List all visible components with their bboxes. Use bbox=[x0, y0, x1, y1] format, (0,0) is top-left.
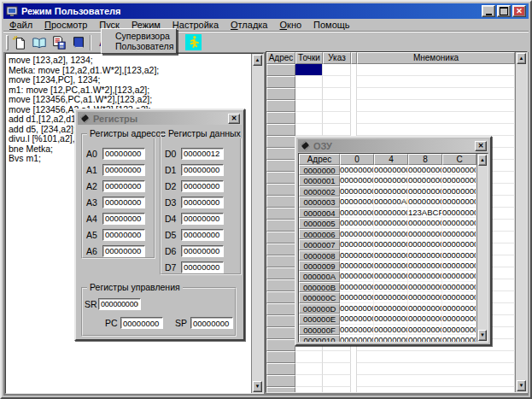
row-header-cell[interactable] bbox=[266, 303, 295, 315]
cell-mnemonic[interactable] bbox=[357, 351, 515, 363]
memory-value-cell[interactable]: 00000000 bbox=[408, 282, 442, 292]
memory-address-cell[interactable]: 000000B bbox=[299, 282, 340, 292]
cell-pointer[interactable] bbox=[323, 112, 351, 124]
memory-value-cell[interactable]: 00000000 bbox=[340, 218, 374, 228]
row-header-cell[interactable] bbox=[266, 327, 295, 339]
memory-value-cell[interactable]: 00000000 bbox=[340, 271, 374, 281]
cell-mnemonic[interactable] bbox=[357, 88, 515, 100]
scroll-up-button[interactable] bbox=[478, 155, 487, 166]
menu-item-7[interactable]: Помощь bbox=[307, 19, 356, 31]
register-value-input[interactable] bbox=[181, 213, 224, 225]
book-icon[interactable] bbox=[70, 34, 87, 51]
memory-address-cell[interactable]: 000000D bbox=[299, 303, 340, 314]
row-header-cell[interactable] bbox=[266, 232, 295, 244]
memory-value-cell[interactable]: 00000000 bbox=[340, 229, 374, 239]
cell-mnemonic[interactable] bbox=[357, 375, 515, 387]
cell-points[interactable] bbox=[295, 375, 323, 387]
memory-window-close-button[interactable] bbox=[475, 141, 487, 151]
memory-value-cell[interactable]: 00000000 bbox=[442, 325, 476, 335]
cell-pointer[interactable] bbox=[323, 351, 351, 363]
cell-mnemonic[interactable] bbox=[357, 363, 515, 375]
memory-value-cell[interactable]: 00000000 bbox=[442, 208, 476, 218]
memory-value-cell[interactable]: 00000000 bbox=[374, 303, 408, 314]
memory-address-cell[interactable]: 000000F bbox=[299, 325, 340, 335]
cell-mnemonic[interactable] bbox=[357, 387, 515, 392]
disasm-table-vertical-scrollbar[interactable] bbox=[515, 52, 527, 392]
dropdown-item-0[interactable]: Супервизора bbox=[102, 31, 175, 41]
row-header-cell[interactable] bbox=[266, 387, 295, 392]
memory-address-cell[interactable]: 0000006 bbox=[299, 229, 340, 239]
register-value-input[interactable] bbox=[102, 197, 145, 208]
memory-value-cell[interactable]: 00000000 bbox=[442, 335, 476, 342]
row-header-cell[interactable] bbox=[266, 351, 295, 363]
memory-value-cell[interactable]: 00000000 bbox=[442, 250, 476, 261]
memory-address-cell[interactable]: 0000007 bbox=[299, 239, 340, 249]
memory-value-cell[interactable]: 00000000 bbox=[408, 261, 442, 271]
memory-address-cell[interactable]: 000000E bbox=[299, 314, 340, 324]
row-header-cell[interactable] bbox=[266, 196, 295, 208]
memory-value-cell[interactable]: 00000000 bbox=[340, 175, 374, 185]
code-editor-vertical-scrollbar[interactable] bbox=[251, 54, 263, 393]
cell-pointer[interactable] bbox=[323, 100, 351, 112]
cell-points[interactable] bbox=[295, 64, 323, 76]
cell-points[interactable] bbox=[295, 100, 323, 112]
pc-register-value-input[interactable] bbox=[120, 317, 163, 329]
maximize-button[interactable] bbox=[497, 5, 511, 17]
scroll-down-button[interactable] bbox=[478, 330, 487, 341]
cell-pointer[interactable] bbox=[323, 76, 351, 88]
memory-address-cell[interactable]: 0000009 bbox=[299, 261, 340, 271]
memory-value-cell[interactable]: 00000000 bbox=[340, 261, 374, 271]
memory-value-cell[interactable]: 00000000 bbox=[374, 165, 408, 175]
row-header-cell[interactable] bbox=[266, 220, 295, 232]
memory-value-cell[interactable]: 00000000 bbox=[442, 239, 476, 249]
cell-pointer[interactable] bbox=[323, 387, 351, 392]
row-header-cell[interactable] bbox=[266, 375, 295, 387]
memory-value-cell[interactable]: 00000000 bbox=[408, 186, 442, 197]
memory-value-cell[interactable]: 00000000 bbox=[442, 218, 476, 228]
register-value-input[interactable] bbox=[181, 261, 224, 273]
memory-value-cell[interactable]: 00000000 bbox=[340, 325, 374, 335]
row-header-cell[interactable] bbox=[266, 148, 295, 160]
memory-value-cell[interactable]: 00000000 bbox=[408, 175, 442, 185]
row-header-cell[interactable] bbox=[266, 267, 295, 279]
menu-item-0[interactable]: Файл bbox=[3, 19, 38, 31]
cell-points[interactable] bbox=[295, 76, 323, 88]
memory-value-cell[interactable]: 00000000 bbox=[442, 292, 476, 302]
cell-pointer[interactable] bbox=[323, 124, 351, 136]
row-header-cell[interactable] bbox=[266, 184, 295, 196]
minimize-button[interactable] bbox=[482, 5, 495, 17]
row-header-cell[interactable] bbox=[266, 76, 295, 88]
row-header-cell[interactable] bbox=[266, 279, 295, 291]
save-icon[interactable] bbox=[50, 34, 67, 51]
memory-value-cell[interactable]: 123ABCF bbox=[408, 208, 442, 218]
memory-value-cell[interactable]: 00000000 bbox=[374, 325, 408, 335]
memory-value-cell[interactable]: 00000000 bbox=[340, 208, 374, 218]
cell-mnemonic[interactable] bbox=[357, 76, 515, 88]
cell-pointer[interactable] bbox=[323, 88, 351, 100]
memory-value-cell[interactable]: 00000000 bbox=[442, 314, 476, 324]
memory-value-cell[interactable]: 00000000 bbox=[340, 250, 374, 261]
registers-window-title-bar[interactable]: Регистры bbox=[78, 112, 242, 125]
title-bar[interactable]: Режим Пользователя bbox=[3, 3, 529, 19]
memory-value-cell[interactable]: 00000000 bbox=[374, 175, 408, 185]
memory-value-cell[interactable]: 00000000 bbox=[408, 335, 442, 342]
memory-value-cell[interactable]: 00000000 bbox=[340, 303, 374, 314]
register-value-input[interactable] bbox=[181, 245, 224, 257]
memory-value-cell[interactable]: 000000AB bbox=[374, 197, 408, 207]
sp-register-value-input[interactable] bbox=[190, 317, 233, 329]
memory-address-cell[interactable]: 0000010 bbox=[299, 335, 340, 342]
memory-address-cell[interactable]: 000000A bbox=[299, 271, 340, 281]
memory-value-cell[interactable]: 00000000 bbox=[442, 229, 476, 239]
memory-value-cell[interactable]: 00000000 bbox=[340, 282, 374, 292]
cell-mnemonic[interactable] bbox=[357, 112, 515, 124]
open-book-icon[interactable] bbox=[31, 34, 48, 51]
cell-points[interactable] bbox=[295, 387, 323, 392]
memory-value-cell[interactable]: 00000000 bbox=[442, 175, 476, 185]
cell-mnemonic[interactable] bbox=[357, 64, 515, 76]
memory-value-cell[interactable]: 00000000 bbox=[408, 239, 442, 249]
memory-value-cell[interactable]: 00000000 bbox=[374, 314, 408, 324]
memory-value-cell[interactable]: 00000000 bbox=[340, 186, 374, 197]
register-value-input[interactable] bbox=[102, 164, 145, 176]
cell-points[interactable] bbox=[295, 112, 323, 124]
new-document-icon[interactable] bbox=[11, 34, 28, 51]
